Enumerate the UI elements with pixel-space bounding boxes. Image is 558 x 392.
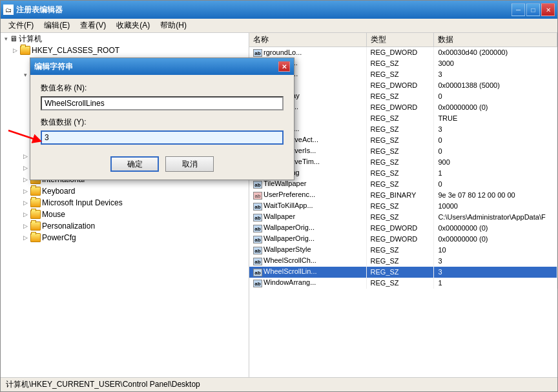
dialog-content: 数值名称 (N): 数值数据 (Y): (30, 75, 294, 180)
dialog-title-text: 编辑字符串 (34, 61, 278, 72)
data-label: 数值数据 (Y): (41, 117, 284, 128)
ok-button[interactable]: 确定 (110, 156, 159, 172)
svg-line-1 (8, 130, 37, 140)
cancel-button[interactable]: 取消 (165, 156, 214, 172)
red-arrow-indicator (5, 124, 44, 147)
main-window: 🗂 注册表编辑器 ─ □ ✕ 文件(F) 编辑(E) 查看(V) 收藏夹(A) … (0, 0, 558, 392)
name-input[interactable] (41, 96, 284, 110)
dialog-close-button[interactable]: ✕ (278, 61, 290, 72)
dialog-buttons: 确定 取消 (41, 156, 284, 172)
dialog-overlay: 编辑字符串 ✕ 数值名称 (N): 数值数据 (Y): (1, 1, 557, 391)
edit-string-dialog: 编辑字符串 ✕ 数值名称 (N): 数值数据 (Y): (30, 57, 294, 180)
value-input[interactable] (41, 130, 284, 145)
dialog-title-bar: 编辑字符串 ✕ (30, 58, 294, 75)
name-label: 数值名称 (N): (41, 83, 284, 94)
